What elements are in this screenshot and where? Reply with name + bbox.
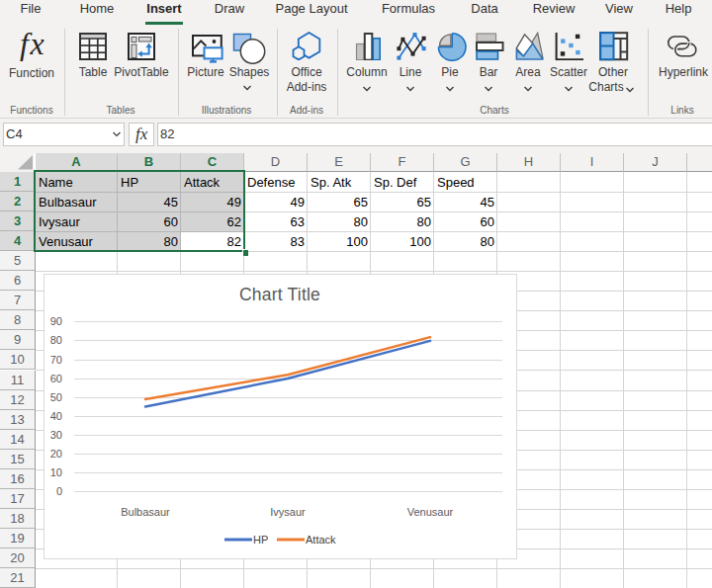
svg-text:Ivysaur: Ivysaur bbox=[270, 506, 306, 518]
svg-text:70: 70 bbox=[50, 354, 62, 366]
svg-text:20: 20 bbox=[50, 448, 62, 460]
svg-text:50: 50 bbox=[50, 391, 62, 403]
svg-text:90: 90 bbox=[50, 315, 62, 327]
svg-text:Attack: Attack bbox=[306, 534, 336, 546]
svg-text:30: 30 bbox=[50, 429, 62, 441]
svg-text:Chart Title: Chart Title bbox=[239, 285, 320, 304]
svg-text:Bulbasaur: Bulbasaur bbox=[121, 506, 170, 518]
svg-text:60: 60 bbox=[50, 373, 62, 384]
svg-text:Venusaur: Venusaur bbox=[407, 506, 454, 518]
svg-text:10: 10 bbox=[50, 466, 62, 478]
svg-text:0: 0 bbox=[56, 485, 62, 497]
svg-text:HP: HP bbox=[253, 534, 268, 546]
svg-text:40: 40 bbox=[50, 410, 62, 422]
svg-text:80: 80 bbox=[50, 334, 62, 346]
